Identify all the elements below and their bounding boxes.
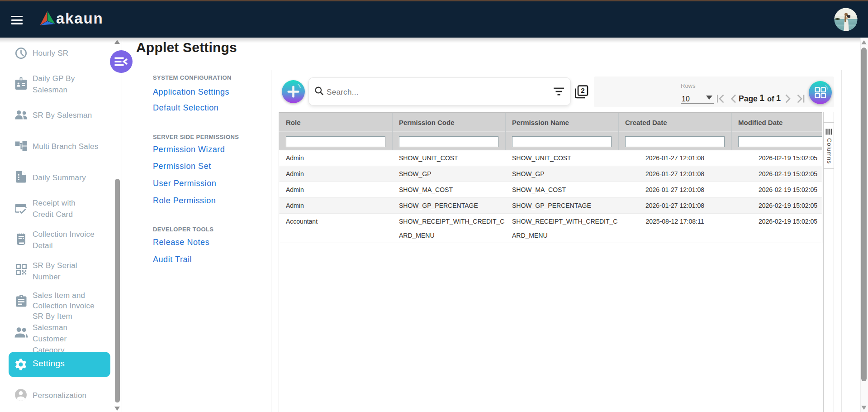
svg-text:2: 2 [581, 86, 584, 94]
